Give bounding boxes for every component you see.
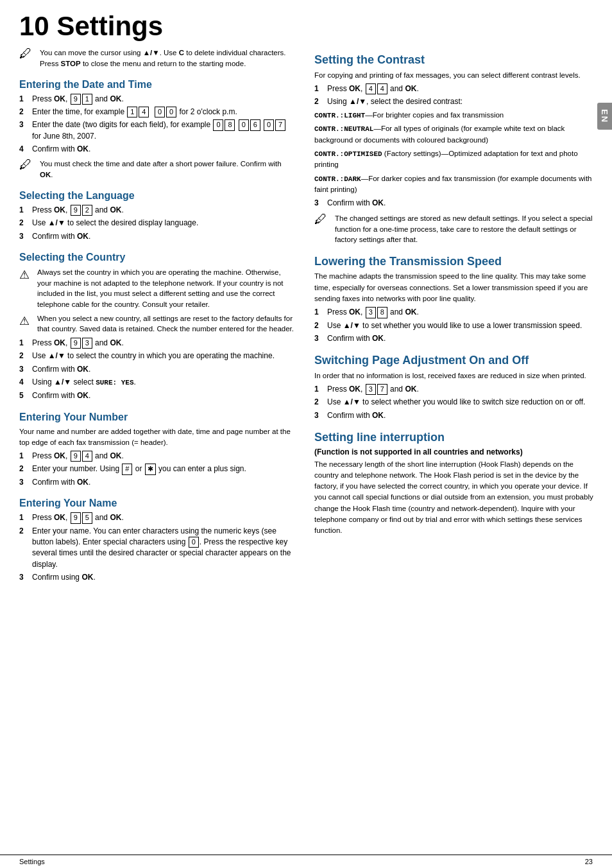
step: 5 Confirm with OK.: [19, 390, 296, 401]
section-name-title: Entering Your Name: [19, 497, 296, 510]
number-intro: Your name and number are added together …: [19, 426, 296, 449]
right-column: Setting the Contrast For copying and pri…: [308, 44, 612, 855]
line-int-intro: The necessary length of the short line i…: [314, 459, 597, 537]
section-number-title: Entering Your Number: [19, 411, 296, 424]
section-country-title: Selecting the Country: [19, 251, 296, 264]
step: 3 Enter the date (two digits for each fi…: [19, 119, 296, 142]
number-steps: 1 Press OK, 94 and OK. 2 Enter your numb…: [19, 451, 296, 488]
step: 1 Press OK, 91 and OK.: [19, 94, 296, 105]
section-language-title: Selecting the Language: [19, 189, 296, 202]
step: 2 Using ▲/▼, select the desired contrast…: [314, 96, 597, 107]
transmission-intro: The machine adapts the transmission spee…: [314, 271, 597, 304]
country-steps: 1 Press OK, 93 and OK. 2 Use ▲/▼ to sele…: [19, 338, 296, 402]
contrast-light: CONTR.:LIGHT—For brighter copies and fax…: [314, 110, 597, 121]
step: 3 Confirm with OK.: [19, 231, 296, 242]
step: 2 Enter your number. Using # or ✱ you ca…: [19, 464, 296, 474]
step: 2 Enter the time, for example 14 00 for …: [19, 107, 296, 117]
page: 10 Settings EN 🖊 You can move the cursor…: [0, 0, 612, 868]
step: 3 Confirm with OK.: [19, 477, 296, 488]
contrast-note: 🖊 The changed settings are stored as new…: [314, 213, 597, 245]
step: 4 Using ▲/▼ select SURE: YES.: [19, 377, 296, 388]
footer-left: Settings: [19, 858, 45, 865]
page-adj-intro: In order that no information is lost, re…: [314, 370, 597, 381]
contrast-step3: 3 Confirm with OK.: [314, 198, 597, 209]
step: 2 Use ▲/▼ to select the desired display …: [19, 218, 296, 229]
content-area: 🖊 You can move the cursor using ▲/▼. Use…: [0, 44, 612, 855]
step: 3 Confirm with OK.: [314, 333, 597, 344]
note-icon-2: 🖊: [19, 157, 36, 172]
step: 2 Use ▲/▼ to select whether you would li…: [314, 397, 597, 408]
contrast-optimised: CONTR.:OPTIMISED (Factory settings)—Opti…: [314, 148, 597, 171]
section-line-int-title: Setting line interruption: [314, 430, 597, 445]
step: 2 Use ▲/▼ to select the country in which…: [19, 351, 296, 361]
footer-right: 23: [585, 858, 593, 865]
note-icon: 🖊: [19, 46, 36, 61]
step: 1 Press OK, 44 and OK.: [314, 83, 597, 94]
date-time-steps: 1 Press OK, 91 and OK. 2 Enter the time,…: [19, 94, 296, 155]
step: 1 Press OK, 93 and OK.: [19, 338, 296, 349]
section-contrast-title: Setting the Contrast: [314, 53, 597, 67]
section-date-time-title: Entering the Date and Time: [19, 78, 296, 91]
country-warn1-text: Always set the country in which you are …: [37, 267, 296, 310]
country-warning-2: ⚠ When you select a new country, all set…: [19, 313, 296, 334]
footer: Settings 23: [0, 855, 612, 868]
step: 3 Confirm with OK.: [19, 364, 296, 375]
transmission-steps: 1 Press OK, 38 and OK. 2 Use ▲/▼ to set …: [314, 307, 597, 344]
step: 3 Confirm with OK.: [314, 198, 597, 209]
name-steps: 1 Press OK, 95 and OK. 2 Enter your name…: [19, 512, 296, 583]
contrast-steps: 1 Press OK, 44 and OK. 2 Using ▲/▼, sele…: [314, 83, 597, 108]
country-warn2-text: When you select a new country, all setti…: [37, 313, 296, 334]
left-column: 🖊 You can move the cursor using ▲/▼. Use…: [0, 44, 308, 855]
contrast-neutral: CONTR.:NEUTRAL—For all types of original…: [314, 123, 597, 146]
page-title: 10 Settings: [0, 0, 612, 44]
en-tab: EN: [597, 103, 612, 130]
contrast-dark: CONTR.:DARK—For darker copies and fax tr…: [314, 173, 597, 196]
intro-note: 🖊 You can move the cursor using ▲/▼. Use…: [19, 48, 296, 69]
date-time-note-text: You must check the time and date after a…: [40, 159, 296, 180]
step: 3 Confirm using OK.: [19, 572, 296, 583]
step: 1 Press OK, 94 and OK.: [19, 451, 296, 462]
date-time-note: 🖊 You must check the time and date after…: [19, 159, 296, 180]
step: 1 Press OK, 95 and OK.: [19, 512, 296, 523]
language-steps: 1 Press OK, 92 and OK. 2 Use ▲/▼ to sele…: [19, 205, 296, 242]
step: 1 Press OK, 92 and OK.: [19, 205, 296, 216]
section-transmission-title: Lowering the Transmission Speed: [314, 254, 597, 269]
contrast-intro: For copying and printing of fax messages…: [314, 70, 597, 81]
country-warning-1: ⚠ Always set the country in which you ar…: [19, 267, 296, 310]
warning-icon-2: ⚠: [19, 314, 33, 328]
warning-icon-1: ⚠: [19, 268, 33, 282]
step: 1 Press OK, 38 and OK.: [314, 307, 597, 318]
step: 2 Enter your name. You can enter charact…: [19, 526, 296, 571]
step: 1 Press OK, 37 and OK.: [314, 384, 597, 395]
intro-note-text: You can move the cursor using ▲/▼. Use C…: [40, 48, 296, 69]
note-icon-contrast: 🖊: [314, 212, 331, 227]
step: 2 Use ▲/▼ to set whether you would like …: [314, 320, 597, 331]
page-adj-steps: 1 Press OK, 37 and OK. 2 Use ▲/▼ to sele…: [314, 384, 597, 421]
section-page-adj-title: Switching Page Adjustment On and Off: [314, 353, 597, 368]
step: 4 Confirm with OK.: [19, 144, 296, 155]
section-line-int-subtitle: (Function is not supported in all countr…: [314, 447, 597, 456]
step: 3 Confirm with OK.: [314, 410, 597, 421]
contrast-note-text: The changed settings are stored as new d…: [335, 213, 597, 245]
